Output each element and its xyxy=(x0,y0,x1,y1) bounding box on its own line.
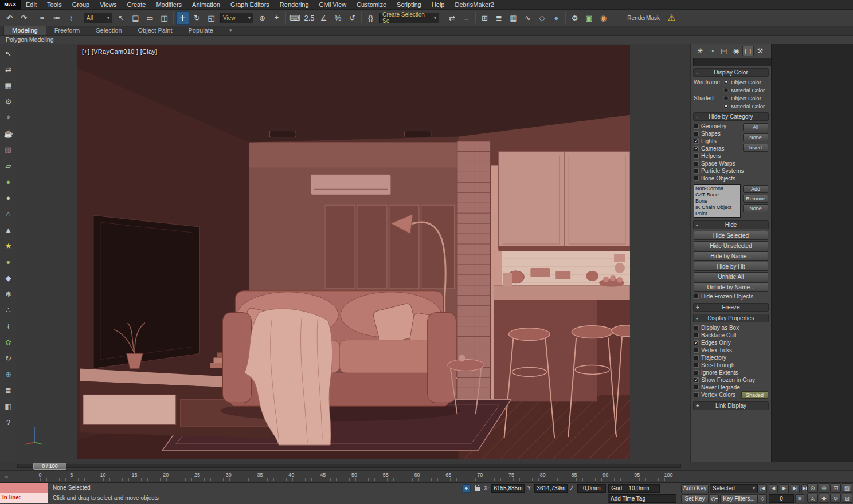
button-unhide-all[interactable]: Unhide All xyxy=(694,272,768,281)
row-show-frozen-in-gray[interactable]: Show Frozen in Gray xyxy=(694,376,768,384)
checkbox-particle-systems[interactable] xyxy=(694,168,699,174)
button-none[interactable]: None xyxy=(743,133,768,141)
radio-icon[interactable] xyxy=(723,104,729,109)
rollout-header-display-properties[interactable]: - Display Properties xyxy=(693,314,769,322)
row-see-through[interactable]: See-Through xyxy=(694,361,768,369)
menu-views[interactable]: Views xyxy=(95,0,122,10)
menu-group[interactable]: Group xyxy=(67,0,95,10)
key-mode-toggle[interactable]: ◇ xyxy=(758,494,767,503)
go-to-start-button[interactable]: |◀ xyxy=(758,484,767,493)
pan-icon[interactable]: ✥ xyxy=(819,494,829,503)
rollout-header-freeze[interactable]: + Freeze xyxy=(693,303,769,312)
checkbox-edges-only[interactable] xyxy=(694,340,699,345)
button-hide-by-hit[interactable]: Hide by Hit xyxy=(694,262,768,271)
radio-wireframe-object-color[interactable]: Object Color xyxy=(723,78,768,85)
maxscript-mini-listener[interactable]: In line: xyxy=(0,483,48,504)
align-icon[interactable]: ≡ xyxy=(460,11,473,25)
array-tool-icon[interactable]: ▦ xyxy=(1,78,16,93)
snowflake-icon[interactable]: ❄ xyxy=(1,286,16,301)
track-bar[interactable]: 0 / 100 xyxy=(0,462,853,471)
reference-coordinate-dropdown[interactable]: View▾ xyxy=(220,13,253,23)
row-bone-objects[interactable]: Bone Objects xyxy=(694,175,768,182)
layer-explorer-icon[interactable]: ≣ xyxy=(492,11,506,25)
checkbox-vertex-colors[interactable] xyxy=(694,392,699,397)
category-list[interactable]: Non-CoronaCAT BoneBoneIK Chain ObjectPoi… xyxy=(694,184,741,218)
button-invert[interactable]: Invert xyxy=(743,144,768,152)
checkbox-space-warps[interactable] xyxy=(694,161,699,166)
diamond-icon[interactable]: ◆ xyxy=(1,270,16,285)
render-mask-label[interactable]: RenderMask xyxy=(627,15,660,21)
row-hide-frozen-objects[interactable]: Hide Frozen Objects xyxy=(694,293,768,300)
checkbox-never-degrade[interactable] xyxy=(694,385,699,390)
bind-to-spacewarp-icon[interactable]: ≀ xyxy=(64,11,77,25)
row-helpers[interactable]: Helpers xyxy=(694,152,768,160)
timeline-ruler[interactable]: ⇔ 05101520253035404550556065707580859095… xyxy=(0,471,853,483)
scatter-icon[interactable]: ∴ xyxy=(1,302,16,317)
checkbox-trajectory[interactable] xyxy=(694,355,699,360)
add-time-tag[interactable]: Add Time Tag xyxy=(608,494,676,503)
row-vertex-colors[interactable]: Vertex Colors Shaded xyxy=(694,391,768,399)
rollout-header-hide-by-category[interactable]: - Hide by Category xyxy=(693,112,769,121)
row-space-warps[interactable]: Space Warps xyxy=(694,160,768,167)
row-never-degrade[interactable]: Never Degrade xyxy=(694,384,768,391)
button-none[interactable]: None xyxy=(743,204,768,212)
window-crossing-icon[interactable]: ◫ xyxy=(158,11,171,25)
shaded-button[interactable]: Shaded xyxy=(741,391,768,399)
application-menu-button[interactable]: MAX xyxy=(0,0,21,10)
render-setup-icon[interactable]: ⚙ xyxy=(568,11,581,25)
layers-icon[interactable]: ≣ xyxy=(1,383,16,397)
row-display-as-box[interactable]: Display as Box xyxy=(694,324,768,332)
menu-civil-view[interactable]: Civil View xyxy=(314,0,351,10)
star-icon[interactable]: ★ xyxy=(1,238,16,253)
radio-icon[interactable] xyxy=(723,80,729,85)
plane-icon[interactable]: ▱ xyxy=(1,158,16,173)
select-by-name-icon[interactable]: ▤ xyxy=(129,11,142,25)
angle-snap-icon[interactable]: ∠ xyxy=(317,11,330,25)
select-link-icon[interactable]: ⚭ xyxy=(36,11,49,25)
time-slider-handle[interactable]: 0 / 100 xyxy=(33,463,66,470)
row-particle-systems[interactable]: Particle Systems xyxy=(694,167,768,175)
checkbox-bone-objects[interactable] xyxy=(694,176,699,181)
button-hide-selected[interactable]: Hide Selected xyxy=(694,231,768,240)
radio-icon[interactable] xyxy=(723,96,729,101)
menu-modifiers[interactable]: Modifiers xyxy=(151,0,187,10)
time-configuration-button[interactable]: ⊞ xyxy=(795,494,804,503)
list-option-point[interactable]: Point xyxy=(695,211,739,217)
row-ignore-extents[interactable]: Ignore Extents xyxy=(694,369,768,376)
polygon-modeling-panel-label[interactable]: Polygon Modeling xyxy=(0,36,53,43)
radio-wireframe-material-color[interactable]: Material Color xyxy=(723,86,768,93)
sphere-olive-icon[interactable]: ● xyxy=(1,254,16,269)
snaps-toggle-icon[interactable]: 2.5 xyxy=(303,11,316,25)
wave-icon[interactable]: ≀ xyxy=(1,318,16,333)
orbit-tool-icon[interactable]: ↻ xyxy=(1,351,16,365)
mirror-icon[interactable]: ⇄ xyxy=(445,11,459,25)
auto-key-button[interactable]: Auto Key xyxy=(681,484,709,493)
checker-icon[interactable]: ▧ xyxy=(1,142,16,157)
select-arrow-icon[interactable]: ↖ xyxy=(1,46,16,61)
teapot-icon[interactable]: ☕ xyxy=(1,126,16,141)
tab-freeform[interactable]: Freeform xyxy=(46,26,88,35)
unlink-icon[interactable]: ⚮ xyxy=(50,11,63,25)
checkbox-see-through[interactable] xyxy=(694,363,699,368)
x-coordinate-field[interactable]: 6155,885m xyxy=(491,484,525,493)
radio-icon[interactable] xyxy=(723,88,729,93)
row-vertex-ticks[interactable]: Vertex Ticks xyxy=(694,346,768,354)
maxscript-macro-line[interactable] xyxy=(0,483,48,493)
tv[interactable] xyxy=(93,215,200,368)
play-button[interactable]: ▶ xyxy=(780,484,789,493)
tab-modeling[interactable]: Modeling xyxy=(3,26,46,35)
zoom-all-icon[interactable]: ⊚ xyxy=(819,483,829,493)
undo-icon[interactable]: ↶ xyxy=(3,11,16,25)
select-and-scale-icon[interactable]: ◱ xyxy=(205,11,218,25)
menu-create[interactable]: Create xyxy=(122,0,151,10)
button-hide-by-name[interactable]: Hide by Name... xyxy=(694,251,768,261)
select-and-move-icon[interactable]: ✛ xyxy=(176,11,189,25)
menu-animation[interactable]: Animation xyxy=(187,0,225,10)
rollout-header-link-display[interactable]: + Link Display xyxy=(693,401,769,410)
select-object-icon[interactable]: ↖ xyxy=(115,11,128,25)
schematic-view-icon[interactable]: ◇ xyxy=(535,11,549,25)
checkbox-vertex-ticks[interactable] xyxy=(694,348,699,353)
maxscript-input-line[interactable]: In line: xyxy=(0,493,48,503)
warning-icon[interactable]: ⚠ xyxy=(665,11,678,25)
next-frame-button[interactable]: ▶| xyxy=(791,484,800,493)
